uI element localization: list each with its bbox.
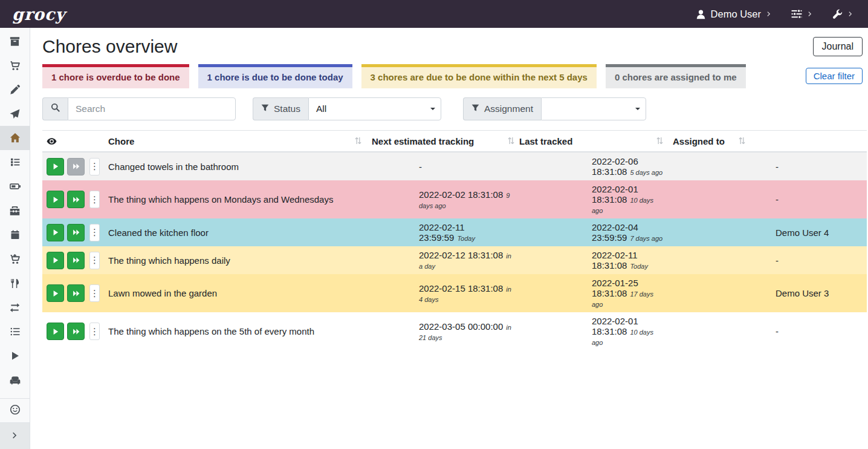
sidebar-item-batteries-overview[interactable] bbox=[0, 174, 30, 198]
summary-card-assigned-to-me[interactable]: 0 chores are assigned to me bbox=[606, 64, 746, 88]
track-execution-button[interactable] bbox=[47, 252, 64, 269]
sidebar bbox=[0, 28, 30, 449]
user-icon bbox=[696, 9, 706, 19]
top-navbar: grocy Demo User bbox=[0, 0, 868, 28]
journal-button[interactable]: Journal bbox=[813, 37, 863, 56]
summary-cards-row: 1 chore is overdue to be done1 chore is … bbox=[42, 64, 863, 88]
sidebar-item-shopping-list[interactable] bbox=[0, 53, 30, 77]
chore-row: ⋮The thing which happens on Mondays and … bbox=[42, 180, 867, 218]
search-input[interactable] bbox=[68, 97, 236, 120]
sliders-icon bbox=[791, 8, 802, 19]
track-execution-button[interactable] bbox=[47, 284, 64, 302]
chevron-right-icon bbox=[11, 431, 19, 442]
track-execution-button[interactable] bbox=[47, 191, 64, 208]
sidebar-item-inventory[interactable] bbox=[0, 320, 30, 344]
chore-row: ⋮Changed towels in the bathroom-2022-02-… bbox=[42, 152, 867, 180]
row-menu-button[interactable]: ⋮ bbox=[89, 323, 100, 340]
chore-row: ⋮Cleaned the kitchen floor2022-02-11 23:… bbox=[42, 218, 867, 246]
row-menu-button[interactable]: ⋮ bbox=[89, 284, 100, 302]
sidebar-item-transfer[interactable] bbox=[0, 295, 30, 320]
chore-row: ⋮The thing which happens on the 5th of e… bbox=[42, 312, 867, 350]
sidebar-item-chore-tracking[interactable] bbox=[0, 344, 30, 368]
assigned-to-cell: - bbox=[668, 152, 867, 180]
assignment-select[interactable] bbox=[541, 97, 646, 120]
user-menu[interactable]: Demo User bbox=[696, 8, 772, 20]
filter-icon bbox=[471, 103, 479, 114]
play-icon bbox=[52, 163, 59, 170]
assigned-to-cell: - bbox=[668, 180, 867, 218]
column-header-next-estimated-tracking[interactable]: Next estimated tracking bbox=[368, 130, 517, 152]
sidebar-item-tasks[interactable] bbox=[0, 150, 30, 174]
sidebar-item-consume[interactable] bbox=[0, 271, 30, 295]
row-menu-button[interactable]: ⋮ bbox=[89, 224, 100, 241]
column-header-assigned-to[interactable]: Assigned to bbox=[668, 130, 867, 152]
sidebar-bottom bbox=[0, 398, 30, 449]
row-actions-cell: ⋮ bbox=[42, 312, 104, 350]
chore-name-cell: Cleaned the kitchen floor bbox=[104, 218, 368, 246]
column-visibility-header[interactable] bbox=[42, 130, 104, 152]
chevron-right-icon bbox=[766, 10, 772, 18]
sidebar-item-recipes[interactable] bbox=[0, 77, 30, 102]
sidebar-item-purchase[interactable] bbox=[0, 247, 30, 271]
status-filter-label: Status bbox=[253, 97, 308, 120]
chores-table-body: ⋮Changed towels in the bathroom-2022-02-… bbox=[42, 152, 867, 350]
last-tracked-cell: 2022-02-11 18:31:08Today bbox=[517, 246, 668, 274]
utensils-icon bbox=[10, 278, 20, 289]
smiley-icon bbox=[10, 404, 21, 418]
fast-forward-icon bbox=[73, 328, 80, 335]
chore-name-cell: The thing which happens on Mondays and W… bbox=[104, 180, 368, 218]
skip-execution-button[interactable] bbox=[67, 252, 85, 269]
row-menu-button[interactable]: ⋮ bbox=[89, 191, 100, 208]
summary-card-due-soon[interactable]: 3 chores are due to be done within the n… bbox=[361, 64, 597, 88]
track-execution-button[interactable] bbox=[47, 323, 64, 340]
sidebar-expand-toggle[interactable] bbox=[0, 422, 30, 449]
timeago-label: Today bbox=[630, 263, 648, 270]
assignment-filter-label: Assignment bbox=[463, 97, 541, 120]
sidebar-item-stock-overview[interactable] bbox=[0, 29, 30, 53]
row-actions-cell: ⋮ bbox=[42, 180, 104, 218]
clear-filter-button[interactable]: Clear filter bbox=[806, 68, 863, 84]
play-icon bbox=[52, 257, 59, 264]
play-icon bbox=[52, 328, 59, 335]
column-header-last-tracked[interactable]: Last tracked bbox=[517, 130, 668, 152]
app-logo[interactable]: grocy bbox=[12, 6, 65, 22]
fast-forward-icon bbox=[73, 196, 80, 203]
list-icon bbox=[10, 327, 20, 336]
track-execution-button[interactable] bbox=[47, 224, 64, 241]
chevron-right-icon bbox=[847, 10, 853, 18]
column-header-chore[interactable]: Chore bbox=[104, 130, 368, 152]
play-icon bbox=[10, 351, 20, 361]
row-menu-button[interactable]: ⋮ bbox=[89, 158, 100, 175]
skip-execution-button[interactable] bbox=[67, 323, 85, 340]
skip-execution-button[interactable] bbox=[67, 191, 85, 208]
sidebar-item-equipment[interactable] bbox=[0, 198, 30, 223]
search-icon-box bbox=[42, 97, 68, 120]
ellipsis-vertical-icon: ⋮ bbox=[90, 194, 99, 205]
timeago-label: 7 days ago bbox=[630, 235, 662, 242]
last-tracked-cell: 2022-02-06 18:31:085 days ago bbox=[517, 152, 668, 180]
ellipsis-vertical-icon: ⋮ bbox=[90, 326, 99, 337]
sidebar-item-smiley[interactable] bbox=[0, 398, 30, 422]
summary-card-due-today[interactable]: 1 chore is due to be done today bbox=[198, 64, 352, 88]
fast-forward-icon bbox=[73, 229, 80, 236]
skip-execution-button[interactable] bbox=[67, 224, 85, 241]
last-tracked-cell: 2022-02-04 23:59:597 days ago bbox=[517, 218, 668, 246]
chore-name-cell: Changed towels in the bathroom bbox=[104, 152, 368, 180]
calendar-icon bbox=[10, 230, 20, 240]
sidebar-item-battery-tracking[interactable] bbox=[0, 368, 30, 392]
eye-icon bbox=[47, 136, 57, 146]
skip-execution-button[interactable] bbox=[67, 284, 85, 302]
status-select[interactable]: All bbox=[308, 97, 441, 120]
sidebar-item-chores-overview[interactable] bbox=[0, 126, 30, 150]
track-execution-button[interactable] bbox=[47, 158, 64, 175]
sidebar-items bbox=[0, 28, 30, 392]
last-tracked-cell: 2022-01-25 18:31:0817 days ago bbox=[517, 274, 668, 312]
settings-menu[interactable] bbox=[791, 8, 813, 19]
sidebar-item-meal-plan[interactable] bbox=[0, 102, 30, 126]
sidebar-item-calendar[interactable] bbox=[0, 223, 30, 247]
sort-icon bbox=[355, 137, 361, 145]
summary-card-overdue[interactable]: 1 chore is overdue to be done bbox=[42, 64, 189, 88]
search-group bbox=[42, 97, 236, 120]
row-menu-button[interactable]: ⋮ bbox=[89, 252, 100, 269]
admin-menu[interactable] bbox=[832, 9, 853, 19]
